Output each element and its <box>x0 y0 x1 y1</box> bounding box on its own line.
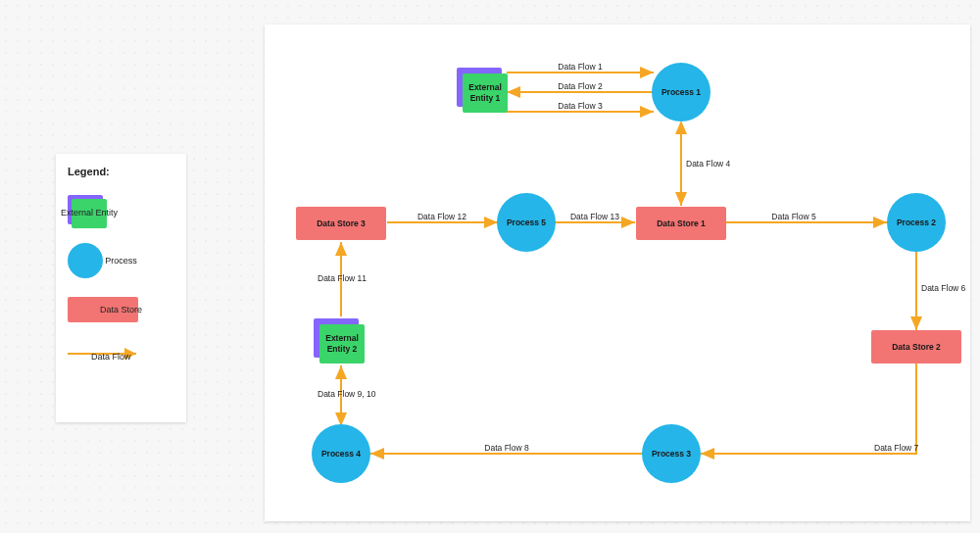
data-store-1: Data Store 1 <box>636 207 726 240</box>
legend-entity-label: External Entity <box>61 209 118 218</box>
process-4: Process 4 <box>312 424 370 483</box>
entity-1-label-2: Entity 1 <box>470 93 501 103</box>
legend-row-flow: Data Flow <box>68 334 174 373</box>
entity-2-label-2: Entity 2 <box>327 344 358 354</box>
process-4-label: Process 4 <box>321 449 361 459</box>
process-2-label: Process 2 <box>897 218 936 227</box>
data-store-icon: Data Store <box>68 297 138 322</box>
external-entity-1: External Entity 1 <box>457 68 508 113</box>
legend-panel: Legend: External Entity Process Data Sto… <box>56 154 186 422</box>
entity-icon: External Entity <box>68 195 107 228</box>
legend-store-label: Data Store <box>100 305 142 315</box>
data-flow-5-label: Data Flow 5 <box>771 212 816 221</box>
process-2: Process 2 <box>887 193 946 252</box>
data-store-1-label: Data Store 1 <box>657 218 706 228</box>
data-store-2-label: Data Store 2 <box>892 342 941 352</box>
external-entity-2: External Entity 2 <box>314 318 365 363</box>
data-flow-12-label: Data Flow 12 <box>417 212 466 221</box>
legend-process-label: Process <box>105 256 137 266</box>
data-store-3-label: Data Store 3 <box>317 218 366 228</box>
data-store-3: Data Store 3 <box>296 207 386 240</box>
data-flow-6-label: Data Flow 6 <box>921 283 966 293</box>
data-flow-2-label: Data Flow 2 <box>558 81 603 91</box>
legend-row-entity: External Entity <box>68 187 174 236</box>
data-flow-3-label: Data Flow 3 <box>558 101 603 111</box>
data-flow-13-label: Data Flow 13 <box>570 212 619 221</box>
process-1: Process 1 <box>652 63 710 121</box>
data-flow-7-label: Data Flow 7 <box>874 443 919 453</box>
process-5: Process 5 <box>497 193 556 252</box>
process-5-label: Process 5 <box>507 218 546 227</box>
entity-2-label-1: External <box>325 333 359 343</box>
data-store-2: Data Store 2 <box>871 330 961 363</box>
process-3-label: Process 3 <box>652 449 691 459</box>
legend-row-store: Data Store <box>68 285 174 334</box>
data-flow-7-arrow <box>701 362 916 454</box>
data-flow-4-label: Data Flow 4 <box>686 159 731 169</box>
process-1-label: Process 1 <box>662 87 701 97</box>
legend-title: Legend: <box>68 166 174 177</box>
data-flow-9-10-label: Data Flow 9, 10 <box>318 389 376 399</box>
diagram-canvas: Data Flow 1 Data Flow 2 Data Flow 3 Data… <box>265 24 970 521</box>
process-3: Process 3 <box>642 424 701 483</box>
process-icon: Process <box>68 243 103 278</box>
data-flow-1-label: Data Flow 1 <box>558 62 603 72</box>
data-flow-8-label: Data Flow 8 <box>484 443 529 453</box>
entity-1-label-1: External <box>468 82 502 92</box>
legend-flow-label: Data Flow <box>91 352 131 362</box>
data-flow-11-label: Data Flow 11 <box>318 273 367 283</box>
legend-row-process: Process <box>68 236 174 285</box>
